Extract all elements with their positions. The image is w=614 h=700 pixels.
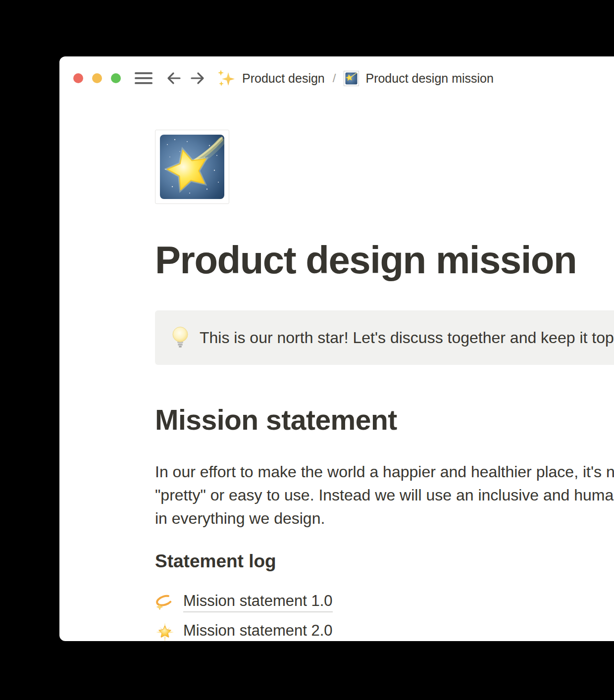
- window-controls: [73, 73, 121, 83]
- breadcrumb-current-label: Product design mission: [365, 71, 493, 86]
- app-window: Product design /: [59, 56, 614, 641]
- titlebar: Product design /: [59, 56, 614, 100]
- dizzy-star-icon: [155, 592, 175, 612]
- statement-log-heading: Statement log: [155, 550, 614, 573]
- menu-icon[interactable]: [135, 71, 153, 85]
- paragraph-line: "pretty" or easy to use. Instead we will…: [155, 484, 614, 507]
- page-link-mission-statement-2[interactable]: Mission statement 2.0: [155, 621, 333, 641]
- breadcrumb: Product design /: [216, 68, 494, 88]
- light-bulb-icon: [172, 326, 189, 350]
- zoom-button[interactable]: [111, 73, 121, 83]
- breadcrumb-item-product-design[interactable]: Product design: [216, 68, 325, 88]
- callout-text: This is our north star! Let's discuss to…: [200, 329, 614, 347]
- shooting-star-image-icon: [160, 192, 224, 200]
- glowing-star-icon: [155, 622, 175, 641]
- page-title: Product design mission: [155, 238, 614, 282]
- mission-statement-heading: Mission statement: [155, 402, 614, 437]
- breadcrumb-separator: /: [333, 71, 336, 85]
- page-link-label: Mission statement 2.0: [183, 622, 333, 641]
- breadcrumb-item-product-design-mission[interactable]: Product design mission: [344, 71, 493, 86]
- minimize-button[interactable]: [92, 73, 102, 83]
- callout-block: This is our north star! Let's discuss to…: [155, 310, 614, 365]
- back-arrow-icon[interactable]: [165, 70, 182, 87]
- page-link-label: Mission statement 1.0: [183, 592, 333, 612]
- page-icon[interactable]: [155, 130, 229, 204]
- shooting-star-thumbnail-icon: [344, 71, 359, 86]
- page-link-mission-statement-1[interactable]: Mission statement 1.0: [155, 591, 333, 613]
- sparkles-icon: [216, 68, 236, 88]
- breadcrumb-parent-label: Product design: [242, 71, 325, 86]
- page-content: Product design mission: [59, 130, 614, 641]
- close-button[interactable]: [73, 73, 83, 83]
- paragraph-line: In our effort to make the world a happie…: [155, 460, 614, 484]
- forward-arrow-icon[interactable]: [189, 70, 206, 87]
- mission-paragraph: In our effort to make the world a happie…: [155, 460, 614, 530]
- paragraph-line: in everything we design.: [155, 507, 614, 530]
